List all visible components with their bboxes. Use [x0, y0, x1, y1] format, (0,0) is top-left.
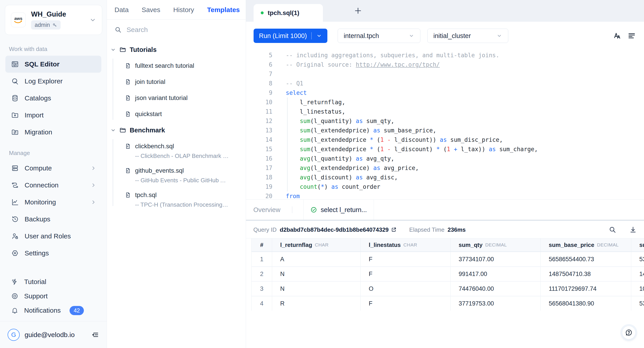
file-icon — [125, 143, 131, 150]
chevron-down-icon — [496, 33, 502, 39]
cluster-select-value: initial_cluster — [433, 32, 471, 40]
sidebar-item-import[interactable]: Import — [5, 107, 101, 124]
catalogs-icon — [11, 94, 19, 102]
explorer-panel: DataSavesHistoryTemplates Tutorialsfullt… — [107, 0, 246, 348]
workspace-switcher[interactable]: aws WH_Guide admin — [5, 5, 102, 35]
column-header-su[interactable]: su — [631, 238, 644, 252]
run-dropdown-chevron-icon[interactable] — [316, 33, 322, 39]
sidebar-item-connection[interactable]: Connection — [5, 177, 101, 194]
chevron-right-icon — [90, 165, 96, 171]
tab-data[interactable]: Data — [114, 6, 128, 14]
sidebar-item-user-and-roles[interactable]: User and Roles — [5, 228, 101, 245]
code-text: sum(l_quantity) as sum_qty, — [277, 118, 394, 124]
tree-folder-benchmark[interactable]: Benchmark — [107, 122, 246, 138]
editor-tab-tpch[interactable]: tpch.sql(1) — [254, 4, 323, 22]
new-tab-plus-icon[interactable] — [354, 6, 362, 15]
line-number: 7 — [246, 71, 277, 78]
table-row[interactable]: 2NF991417.001487504710.3814 — [251, 266, 644, 281]
search-results-icon[interactable] — [609, 226, 616, 234]
column-header-l-linestatus[interactable]: l_linestatusCHAR — [360, 238, 450, 252]
sql-editor-icon — [11, 60, 19, 68]
align-left-icon[interactable] — [628, 32, 636, 40]
sidebar-item-log-explorer[interactable]: Log Explorer — [5, 73, 101, 90]
code-line: 15 sum(l_extendedprice * (1 - l_discount… — [246, 144, 644, 154]
tab-saves[interactable]: Saves — [142, 6, 160, 14]
code-line: 7 — [246, 69, 644, 79]
search-row — [114, 26, 246, 34]
line-number: 16 — [246, 155, 277, 162]
run-button[interactable]: Run (Limit 1000) — [254, 29, 327, 43]
table-row[interactable]: 3NO74476040.00111701729697.7410 — [251, 281, 644, 296]
code-editor[interactable]: 5-- including aggregations, subqueries, … — [246, 49, 644, 200]
table-cell: 56568041380.90 — [540, 296, 631, 311]
sidebar-item-backups[interactable]: Backups — [5, 211, 101, 228]
column-header-l-returnflag[interactable]: l_returnflagCHAR — [272, 238, 360, 252]
tree-file-json-variant-tutorial[interactable]: json variant tutorial — [107, 90, 246, 106]
line-number: 17 — [246, 164, 277, 171]
code-text: avg(l_quantity) as avg_qty, — [277, 155, 394, 162]
table-row[interactable]: 1AF37734107.0056586554400.7353 — [251, 252, 644, 266]
chevron-down-icon — [110, 47, 116, 52]
results-tab-overview[interactable]: Overview — [253, 206, 280, 214]
external-link-icon[interactable] — [391, 227, 397, 232]
log-explorer-icon — [11, 78, 19, 85]
tree-file-label: fulltext search tutorial — [135, 62, 194, 69]
sidebar-item-notifications[interactable]: Notifications42 — [5, 303, 101, 318]
results-tab-query-label: select l_return... — [321, 206, 367, 214]
tree-file-clickbench-sql[interactable]: clickbench.sql-- ClickBench - OLAP Bench… — [107, 138, 246, 160]
sidebar-item-support[interactable]: Support — [5, 289, 101, 303]
column-name: l_returnflag — [280, 242, 312, 248]
query-meta-row: Query ID d2babd7cb87b4dec-9db1b8be640743… — [246, 221, 644, 238]
sidebar-item-label: Connection — [24, 182, 58, 189]
column-header-sum-qty[interactable]: sum_qtyDECIMAL — [450, 238, 540, 252]
tab-history[interactable]: History — [173, 6, 194, 14]
table-cell: 111701729697.74 — [540, 282, 631, 296]
tutorial-icon — [11, 278, 18, 286]
sidebar-item-monitoring[interactable]: Monitoring — [5, 194, 101, 211]
table-cell: F — [360, 267, 450, 281]
code-line: 9select — [246, 88, 644, 98]
collapse-sidebar-icon[interactable] — [92, 331, 99, 338]
sidebar-item-tutorial[interactable]: Tutorial — [5, 275, 101, 289]
tree-file-name-row: quickstart — [125, 106, 246, 122]
cluster-select[interactable]: initial_cluster — [427, 29, 508, 43]
help-button[interactable] — [622, 326, 635, 339]
line-number: 20 — [246, 193, 277, 200]
sidebar-item-migration[interactable]: Migration — [5, 124, 101, 141]
search-icon — [114, 26, 122, 33]
tree-file-label: github_events.sql — [135, 167, 184, 174]
column-header-index[interactable]: # — [251, 238, 272, 252]
sidebar-item-settings[interactable]: Settings — [5, 245, 101, 262]
tree-file-name-row: fulltext search tutorial — [125, 58, 246, 74]
table-cell: F — [360, 252, 450, 266]
column-header-sum-base-price[interactable]: sum_base_priceDECIMAL — [540, 238, 631, 252]
column-type: CHAR — [315, 242, 329, 248]
tree-file-label: quickstart — [135, 110, 162, 118]
results-tab-query[interactable]: select l_return... — [304, 200, 374, 220]
table-cell: N — [272, 282, 360, 296]
tree-file-quickstart[interactable]: quickstart — [107, 106, 246, 122]
sidebar-item-compute[interactable]: Compute — [5, 160, 101, 177]
tree-file-label: join tutorial — [135, 78, 165, 86]
download-icon[interactable] — [629, 226, 637, 234]
tab-templates[interactable]: Templates — [207, 6, 240, 14]
search-input[interactable] — [126, 26, 220, 34]
notifications-icon — [11, 307, 18, 314]
table-cell: 4 — [251, 296, 272, 311]
tree-file-tpch-sql[interactable]: tpch.sql-- TPC-H (Transaction Processing… — [107, 187, 246, 208]
code-line: 14 sum(l_extendedprice * (1 - l_discount… — [246, 135, 644, 144]
sidebar-item-catalogs[interactable]: Catalogs — [5, 90, 101, 107]
file-icon — [125, 192, 131, 198]
tree-file-fulltext-search-tutorial[interactable]: fulltext search tutorial — [107, 58, 246, 74]
tree-folder-tutorials[interactable]: Tutorials — [107, 42, 246, 58]
code-line: 16 avg(l_quantity) as avg_qty, — [246, 154, 644, 163]
sidebar-nav: Work with dataSQL EditorLog ExplorerCata… — [0, 35, 107, 262]
tree-file-github-events-sql[interactable]: github_events.sql-- GitHub Events - Publ… — [107, 162, 246, 184]
font-size-icon[interactable] — [613, 32, 622, 40]
settings-icon — [11, 249, 19, 257]
sidebar-item-sql-editor[interactable]: SQL Editor — [5, 56, 101, 73]
table-row[interactable]: 4RF37719753.0056568041380.9053 — [251, 296, 644, 311]
sidebar-item-label: Log Explorer — [24, 78, 62, 85]
tree-file-join-tutorial[interactable]: join tutorial — [107, 74, 246, 90]
database-select[interactable]: internal.tpch — [338, 29, 420, 43]
